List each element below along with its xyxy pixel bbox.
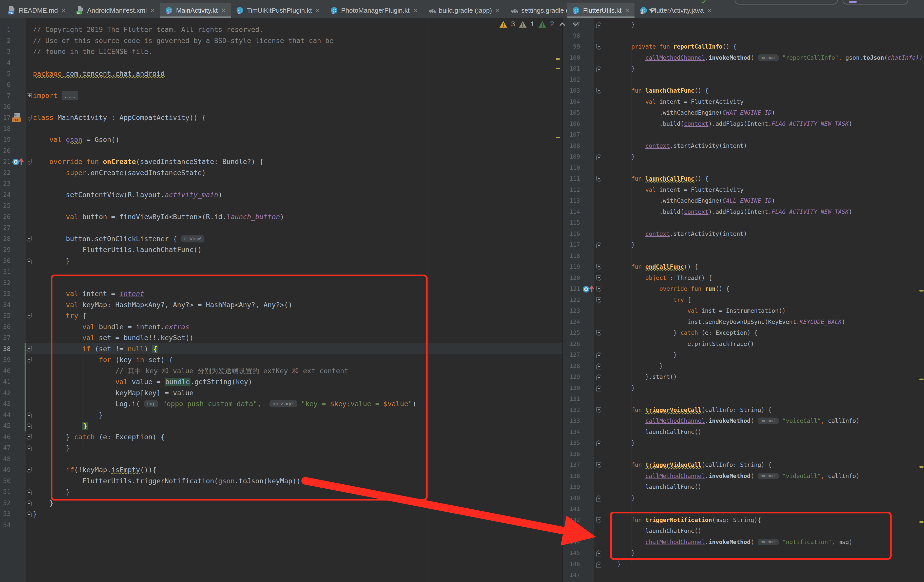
scrollbar-warning-mark[interactable]: [919, 290, 924, 291]
split-divider[interactable]: [562, 18, 563, 582]
line-number[interactable]: 53: [0, 508, 11, 520]
line-number[interactable]: 38: [0, 344, 11, 355]
fold-marker-icon[interactable]: [596, 561, 602, 569]
line-number[interactable]: 17: [0, 112, 11, 123]
code-line-123[interactable]: 123val inst = Instrumentation(): [563, 306, 924, 317]
line-number[interactable]: 24: [0, 189, 11, 201]
scrollbar-warning-mark[interactable]: [919, 378, 924, 380]
android-activity-icon[interactable]: <>: [12, 113, 22, 124]
code-line-28[interactable]: 28button.setOnClickListener { it: View!: [0, 233, 563, 245]
fold-marker-icon[interactable]: [596, 297, 602, 305]
tab-flutterutils-kt[interactable]: CFlutterUtils.kt×: [567, 3, 635, 18]
line-number[interactable]: 32: [0, 277, 11, 288]
code-line-144[interactable]: 144chatMethodChannel.invokeMethod( metho…: [563, 537, 924, 548]
code-line-101[interactable]: 101}: [563, 63, 924, 74]
line-number[interactable]: 125: [565, 327, 580, 339]
code-line-115[interactable]: 115: [563, 217, 924, 229]
code-line-38[interactable]: 38if (set != null) {: [0, 344, 563, 355]
line-number[interactable]: 108: [565, 140, 580, 151]
line-number[interactable]: 48: [0, 454, 11, 465]
line-number[interactable]: 109: [565, 151, 580, 163]
code-line-102[interactable]: 102: [563, 74, 924, 85]
fold-marker-icon[interactable]: [596, 154, 602, 161]
code-line-119[interactable]: 119fun endCallFunc() {: [563, 261, 924, 273]
code-line-37[interactable]: 37val set = bundle!!.keySet(): [0, 332, 563, 344]
code-line-130[interactable]: 130}: [563, 383, 924, 394]
code-line-45[interactable]: 45}: [0, 420, 563, 431]
code-line-100[interactable]: 100callMethodChannel.invokeMethod( metho…: [563, 53, 924, 64]
fold-marker-icon[interactable]: [596, 264, 602, 271]
code-line-31[interactable]: 31: [0, 266, 563, 277]
code-line-29[interactable]: 29FlutterUtils.launchChatFunc(): [0, 244, 563, 255]
code-line-21[interactable]: 21override fun onCreate(savedInstanceSta…: [0, 156, 563, 167]
line-number[interactable]: 39: [0, 354, 11, 365]
code-line-104[interactable]: 104val intent = FlutterActivity: [563, 96, 924, 107]
code-line-122[interactable]: 122try {: [563, 294, 924, 306]
code-line-39[interactable]: 39for (key in set) {: [0, 354, 563, 365]
code-line-107[interactable]: 107: [563, 129, 924, 140]
warning-count[interactable]: 3: [511, 20, 515, 28]
fold-marker-icon[interactable]: [26, 346, 32, 353]
tab-close-icon[interactable]: ×: [315, 7, 320, 14]
code-line-108[interactable]: 108context.startActivity(intent): [563, 140, 924, 151]
code-line-111[interactable]: 111fun launchCallFunc() {: [563, 173, 924, 184]
line-number[interactable]: 122: [565, 294, 580, 306]
line-number[interactable]: 3: [0, 46, 11, 57]
code-line-24[interactable]: 24setContentView(R.layout.activity_main): [0, 189, 563, 201]
line-number[interactable]: 37: [0, 332, 11, 344]
line-number[interactable]: 50: [0, 475, 11, 487]
code-line-32[interactable]: 32: [0, 277, 563, 288]
line-number[interactable]: 46: [0, 431, 11, 442]
line-number[interactable]: 26: [0, 211, 11, 222]
line-number[interactable]: 22: [0, 167, 11, 178]
line-number[interactable]: 1: [0, 24, 11, 35]
code-line-145[interactable]: 145}: [563, 547, 924, 559]
code-line-121[interactable]: 121override fun run() {: [563, 283, 924, 294]
line-number[interactable]: 104: [565, 96, 580, 107]
tab-close-icon[interactable]: ×: [495, 7, 500, 14]
fold-marker-icon[interactable]: [596, 275, 602, 283]
fold-marker-icon[interactable]: [596, 242, 602, 250]
fold-marker-icon[interactable]: [26, 488, 32, 497]
tab-close-icon[interactable]: ×: [625, 7, 630, 14]
fold-marker-icon[interactable]: [596, 550, 602, 558]
line-number[interactable]: 36: [0, 321, 11, 332]
code-line-53[interactable]: 53}: [0, 508, 563, 520]
line-number[interactable]: 103: [565, 85, 580, 96]
code-line-48[interactable]: 48: [0, 454, 563, 465]
line-number[interactable]: 141: [565, 503, 580, 515]
line-number[interactable]: 49: [0, 464, 11, 475]
next-issue-chevron-icon[interactable]: [571, 21, 580, 27]
code-line-126[interactable]: 126e.printStackTrace(): [563, 339, 924, 350]
code-line-138[interactable]: 138callMethodChannel.invokeMethod( metho…: [563, 471, 924, 482]
code-line-125[interactable]: 125} catch (e: Exception) {: [563, 327, 924, 339]
scrollbar-warning-mark[interactable]: [919, 466, 924, 468]
code-line-131[interactable]: 131: [563, 393, 924, 404]
line-number[interactable]: 43: [0, 398, 11, 409]
line-number[interactable]: 118: [565, 250, 580, 261]
line-number[interactable]: 146: [565, 559, 580, 570]
line-number[interactable]: 99: [565, 41, 580, 53]
code-line-5[interactable]: 5package com.tencent.chat.android: [0, 68, 563, 79]
code-line-6[interactable]: 6: [0, 79, 563, 90]
code-line-7[interactable]: 7import ...: [0, 90, 563, 101]
code-line-136[interactable]: 136: [563, 449, 924, 460]
fold-marker-icon[interactable]: [26, 258, 32, 265]
code-line-116[interactable]: 116context.startActivity(intent): [563, 229, 924, 240]
tab-close-icon[interactable]: ×: [221, 7, 226, 14]
tab-close-icon[interactable]: ×: [150, 7, 155, 14]
line-number[interactable]: 47: [0, 442, 11, 454]
fold-marker-icon[interactable]: [596, 44, 602, 51]
fold-marker-icon[interactable]: [596, 176, 602, 183]
line-number[interactable]: 129: [565, 372, 580, 383]
tab-close-icon[interactable]: ×: [413, 7, 417, 14]
fold-marker-icon[interactable]: [26, 235, 32, 243]
tab-build-gradle-app-[interactable]: build.gradle (:app)×: [423, 3, 505, 18]
code-line-50[interactable]: 50FlutterUtils.triggerNotification(gson.…: [0, 475, 563, 487]
line-number[interactable]: 44: [0, 409, 11, 421]
line-number[interactable]: 126: [565, 339, 580, 350]
code-line-30[interactable]: 30}: [0, 255, 563, 266]
line-number[interactable]: 42: [0, 387, 11, 399]
code-line-143[interactable]: 143launchChatFunc(): [563, 526, 924, 537]
line-number[interactable]: 52: [0, 498, 11, 509]
